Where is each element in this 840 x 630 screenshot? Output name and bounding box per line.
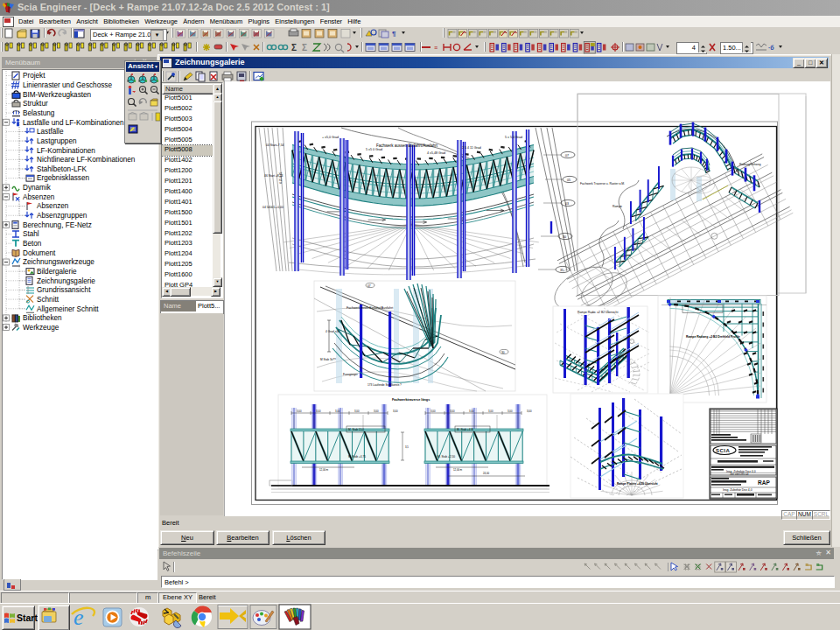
svg-text:Stahlbeton-LFK: Stahlbeton-LFK: [37, 165, 87, 173]
svg-text:Rampe Radw. u2 B2 Übersicht: Rampe Radw. u2 B2 Übersicht: [578, 311, 618, 314]
svg-text:Fachwerk Traverse u. Raster o.: Fachwerk Traverse u. Raster o.M.: [580, 182, 625, 186]
svg-text:Bildergalerie: Bildergalerie: [37, 268, 77, 276]
svg-text:Insg. Zubehör Dez 4,0: Insg. Zubehör Dez 4,0: [723, 488, 752, 492]
svg-text:35: 35: [560, 269, 564, 272]
svg-text:Radweg/Gehweg: Radweg/Gehweg: [739, 163, 761, 166]
svg-text:M. Stab +2,50: M. Stab +2,50: [438, 455, 455, 458]
svg-text:2 5 4 11 Grad: 2 5 4 11 Grad: [462, 146, 481, 150]
svg-text:BIM-Werkzeugkasten: BIM-Werkzeugkasten: [23, 91, 92, 99]
svg-text:Absenzgruppen: Absenzgruppen: [37, 212, 88, 220]
svg-text:M. Stab 15,0: M. Stab 15,0: [348, 428, 364, 431]
svg-text:M. Stab +4,75: M. Stab +4,75: [348, 455, 366, 458]
svg-text:Rampe Radweg +2 B2 Drehfeld Pr: Rampe Radweg +2 B2 Drehfeld Profile: [686, 335, 740, 339]
svg-text:3,00: 3,00: [393, 410, 398, 413]
svg-text:03: 03: [565, 202, 569, 206]
svg-text:Fussgänger: Fussgänger: [343, 373, 359, 376]
svg-text:Nichtlineare LF-Kombinationen: Nichtlineare LF-Kombinationen: [37, 156, 136, 164]
svg-text:12,00 m: 12,00 m: [319, 468, 329, 472]
svg-text:04 Start+7,54: 04 Start+7,54: [266, 144, 284, 147]
svg-text:Lastfälle und LF-Kombinationen: Lastfälle und LF-Kombinationen: [23, 119, 124, 127]
svg-text:3,00: 3,00: [374, 410, 379, 413]
svg-text:Rampe Platten +4,50 Übersicht: Rampe Platten +4,50 Übersicht: [617, 481, 659, 486]
svg-text:3,00: 3,00: [316, 410, 321, 413]
svg-text:Zeichnungsgalerie: Zeichnungsgalerie: [37, 277, 95, 285]
svg-text:Dokument: Dokument: [23, 249, 56, 257]
svg-text:3,00: 3,00: [508, 410, 513, 413]
svg-text:¶: ¶: [392, 30, 396, 38]
svg-text:3,00: 3,00: [469, 410, 474, 413]
svg-text:30: 30: [563, 235, 566, 239]
svg-text:M. Stab +4 B.: M. Stab +4 B.: [457, 428, 474, 431]
svg-text:4,25 4,25: 4,25 4,25: [279, 172, 283, 184]
svg-text:04 54001+-0,00: 04 54001+-0,00: [262, 206, 284, 209]
svg-text:3,00: 3,00: [430, 410, 436, 413]
svg-text:Lastgruppen: Lastgruppen: [37, 137, 77, 145]
svg-text:173 Laufende Stahlkonstr.?: 173 Laufende Stahlkonstr.?: [368, 383, 402, 387]
svg-text:3,00: 3,00: [297, 410, 302, 413]
svg-text:≡: ≡: [434, 45, 438, 51]
svg-text:3,00: 3,00: [335, 410, 340, 413]
svg-text:5 ±5 0 Grad: 5 ±5 0 Grad: [366, 148, 382, 151]
svg-text:05: 05: [567, 178, 570, 182]
svg-text:3,00: 3,00: [527, 410, 532, 413]
svg-text:07: 07: [565, 154, 569, 158]
svg-text:Bibliotheken: Bibliotheken: [23, 314, 62, 322]
svg-text:Fachwerktraverse längs: Fachwerktraverse längs: [392, 398, 430, 402]
svg-text:07: 07: [368, 284, 371, 288]
svg-text:Zeichnungswerkzeuge: Zeichnungswerkzeuge: [23, 258, 94, 266]
svg-text:M Stab 3x??: M Stab 3x??: [320, 358, 336, 361]
svg-text:3,00: 3,00: [488, 410, 494, 413]
svg-text:Berechnung, FE-Netz: Berechnung, FE-Netz: [23, 221, 92, 229]
svg-text:4 Grad o.M.: 4 Grad o.M.: [326, 330, 340, 333]
svg-text:Grundrissansicht: Grundrissansicht: [37, 286, 91, 294]
svg-text:Linienraster und Geschosse: Linienraster und Geschosse: [23, 81, 112, 89]
svg-text:Fachwerk innen Einfahrt/Ausfah: Fachwerk innen Einfahrt/Ausfahrt: [346, 306, 393, 310]
svg-text:Beton: Beton: [23, 240, 42, 248]
svg-text:Lastfälle: Lastfälle: [37, 128, 64, 136]
svg-text:3,00: 3,00: [354, 410, 360, 413]
svg-text:RAP: RAP: [758, 480, 770, 486]
svg-text:LF-Kombinationen: LF-Kombinationen: [37, 147, 95, 155]
svg-text:24,00: 24,00: [483, 472, 489, 475]
svg-text:30: 30: [501, 351, 505, 354]
svg-text:SCIA: SCIA: [716, 448, 731, 453]
svg-text:Jan von//295 a4: Jan von//295 a4: [730, 472, 749, 476]
svg-text:Werkzeuge: Werkzeuge: [23, 324, 60, 332]
svg-text:5 ± 5,0 Grad: 5 ± 5,0 Grad: [505, 136, 522, 139]
svg-text:Σ: Σ: [302, 43, 307, 52]
svg-text:Fachwerk aussen Einfahrt/Ausfa: Fachwerk aussen Einfahrt/Ausfahrt: [376, 144, 438, 148]
svg-text:Allgemeiner Schnitt: Allgemeiner Schnitt: [37, 305, 99, 313]
svg-text:Projekt: Projekt: [23, 72, 46, 80]
svg-text:Stahl: Stahl: [23, 230, 39, 238]
svg-text:Σ: Σ: [291, 43, 297, 52]
svg-text:Struktur: Struktur: [23, 100, 48, 108]
svg-text:Ergebnisklassen: Ergebnisklassen: [37, 174, 90, 182]
svg-text:Schnitt: Schnitt: [37, 296, 60, 304]
svg-text:+ ±5,0 Grad: + ±5,0 Grad: [322, 136, 339, 139]
svg-text:3,00: 3,00: [450, 410, 455, 413]
svg-text:4 ±5,48 Grad: 4 ±5,48 Grad: [427, 151, 445, 155]
svg-text:Absenzen: Absenzen: [23, 193, 55, 201]
svg-text:Absenzen: Absenzen: [37, 202, 69, 210]
svg-text:Rampe: Rampe: [612, 205, 622, 208]
svg-text:Dynamik: Dynamik: [23, 184, 52, 192]
svg-text:·б: ·б: [768, 45, 774, 51]
svg-text:Belastung: Belastung: [23, 109, 55, 117]
svg-text:12,00 m: 12,00 m: [453, 468, 463, 472]
svg-text:3,5: 3,5: [405, 445, 409, 449]
